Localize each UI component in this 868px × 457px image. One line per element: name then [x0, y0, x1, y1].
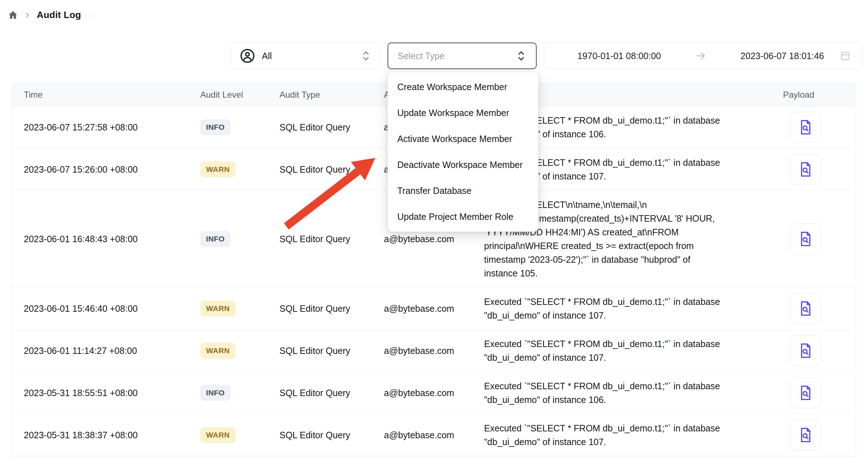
chevron-right-icon	[24, 12, 31, 19]
comment-line: "db_ui_demo" of instance 107.	[484, 309, 758, 322]
cell-audit-level: INFO	[200, 385, 279, 401]
cell-payload	[772, 335, 856, 366]
audit-level-badge: WARN	[200, 161, 236, 177]
type-filter-placeholder: Select Type	[398, 51, 516, 61]
cell-audit-type: SQL Editor Query	[279, 388, 384, 398]
cell-payload	[772, 154, 856, 185]
updown-chevrons-icon	[516, 50, 527, 62]
breadcrumb: Audit Log	[8, 9, 81, 21]
table-row: 2023-06-01 15:46:40 +08:00 WARN SQL Edit…	[12, 288, 856, 330]
file-search-icon	[798, 161, 813, 178]
comment-line: "db_ui_demo" of instance 106.	[484, 393, 758, 407]
type-dropdown-option[interactable]: Update Workspace Member	[388, 100, 538, 126]
cell-audit-level: INFO	[200, 231, 279, 247]
comment-line: Executed `"SELECT * FROM db_ui_demo.t1;"…	[484, 379, 758, 393]
table-row: 2023-05-31 18:55:51 +08:00 INFO SQL Edit…	[12, 372, 856, 414]
cell-payload	[772, 293, 856, 324]
comment-line: instance 105.	[484, 266, 758, 280]
cell-audit-level: WARN	[200, 161, 279, 177]
cell-time: 2023-06-01 11:14:27 +08:00	[12, 346, 200, 356]
audit-level-badge: WARN	[200, 343, 236, 359]
comment-line: timestamp '2023-05-22');"` in database "…	[484, 253, 758, 266]
type-filter-select[interactable]: Select Type	[388, 43, 537, 69]
comment-line: "db_ui_demo" of instance 107.	[484, 351, 758, 364]
comment-line: Executed `"SELECT * FROM db_ui_demo.t1;"…	[484, 421, 758, 435]
cell-time: 2023-05-31 18:55:51 +08:00	[12, 388, 200, 398]
cell-audit-type: SQL Editor Query	[279, 346, 384, 356]
cell-payload	[772, 112, 856, 143]
cell-actor: a@bytebase.com	[384, 430, 484, 440]
type-dropdown-menu: Create Workspace Member Update Workspace…	[388, 72, 538, 232]
view-payload-button[interactable]	[790, 335, 821, 366]
cell-actor: a@bytebase.com	[384, 234, 484, 244]
audit-level-badge: WARN	[200, 301, 236, 316]
cell-time: 2023-06-07 15:26:00 +08:00	[12, 164, 200, 175]
home-icon[interactable]	[8, 10, 18, 20]
type-dropdown-option[interactable]: Activate Workspace Member	[388, 126, 538, 152]
comment-line: "db_ui_demo" of instance 107.	[484, 435, 758, 449]
cell-audit-type: SQL Editor Query	[279, 122, 384, 133]
type-dropdown-option[interactable]: Transfer Database	[388, 178, 538, 204]
column-header-time: Time	[12, 90, 200, 100]
user-filter-value: All	[262, 51, 354, 61]
audit-level-badge: WARN	[200, 427, 236, 443]
updown-chevrons-icon	[361, 50, 371, 62]
view-payload-button[interactable]	[790, 154, 821, 185]
audit-log-page: Audit Log All Select Type 1970-01-01 08:…	[0, 0, 868, 457]
cell-payload	[772, 420, 856, 451]
audit-level-badge: INFO	[200, 231, 231, 247]
arrow-right-icon	[695, 50, 707, 62]
user-circle-icon	[240, 48, 255, 64]
cell-audit-type: SQL Editor Query	[279, 164, 384, 175]
file-search-icon	[798, 231, 813, 247]
cell-comment: Executed `"SELECT * FROM db_ui_demo.t1;"…	[484, 372, 772, 414]
date-range-picker[interactable]: 1970-01-01 08:00:00 2023-06-07 18:01:46	[544, 43, 863, 69]
cell-actor: a@bytebase.com	[384, 346, 484, 356]
view-payload-button[interactable]	[790, 377, 821, 408]
column-header-payload: Payload	[772, 90, 856, 100]
cell-audit-type: SQL Editor Query	[279, 234, 384, 244]
table-row: 2023-05-31 18:38:37 +08:00 WARN SQL Edit…	[12, 414, 856, 456]
user-filter-select[interactable]: All	[231, 43, 380, 69]
view-payload-button[interactable]	[790, 223, 821, 254]
cell-audit-type: SQL Editor Query	[279, 430, 384, 440]
view-payload-button[interactable]	[790, 112, 821, 143]
cell-actor: a@bytebase.com	[384, 303, 484, 314]
calendar-icon[interactable]	[839, 50, 851, 62]
cell-comment: Executed `"SELECT * FROM db_ui_demo.t1;"…	[484, 330, 772, 372]
type-dropdown-option[interactable]: Deactivate Workspace Member	[388, 152, 538, 178]
column-header-audit-type: Audit Type	[279, 90, 384, 100]
date-range-start[interactable]: 1970-01-01 08:00:00	[577, 51, 661, 61]
file-search-icon	[798, 119, 813, 136]
type-dropdown-option[interactable]: Update Project Member Role	[388, 204, 538, 230]
page-title: Audit Log	[37, 9, 81, 21]
cell-comment: Executed `"SELECT * FROM db_ui_demo.t1;"…	[484, 414, 772, 456]
comment-line: Executed `"SELECT * FROM db_ui_demo.t1;"…	[484, 295, 758, 309]
cell-time: 2023-06-01 16:48:43 +08:00	[12, 234, 200, 244]
table-row: 2023-06-01 11:14:27 +08:00 WARN SQL Edit…	[12, 330, 856, 372]
view-payload-button[interactable]	[790, 420, 821, 451]
cell-audit-level: INFO	[200, 119, 279, 135]
type-dropdown-option[interactable]: Create Workspace Member	[388, 74, 538, 100]
cell-time: 2023-05-31 18:38:37 +08:00	[12, 430, 200, 440]
file-search-icon	[798, 300, 813, 317]
date-range-end[interactable]: 2023-06-07 18:01:46	[741, 51, 824, 61]
cell-audit-type: SQL Editor Query	[279, 303, 384, 314]
column-header-audit-level: Audit Level	[200, 90, 279, 100]
file-search-icon	[798, 385, 813, 401]
cell-audit-level: WARN	[200, 427, 279, 443]
view-payload-button[interactable]	[790, 293, 821, 324]
cell-comment: Executed `"SELECT * FROM db_ui_demo.t1;"…	[484, 288, 772, 329]
comment-line: Executed `"SELECT * FROM db_ui_demo.t1;"…	[484, 337, 758, 351]
filter-bar: All Select Type 1970-01-01 08:00:00 2023…	[231, 43, 863, 69]
cell-time: 2023-06-07 15:27:58 +08:00	[12, 122, 200, 133]
cell-payload	[772, 377, 856, 408]
audit-level-badge: INFO	[200, 119, 231, 135]
cell-audit-level: WARN	[200, 301, 279, 316]
file-search-icon	[798, 427, 813, 443]
cell-time: 2023-06-01 15:46:40 +08:00	[12, 303, 200, 314]
cell-audit-level: WARN	[200, 343, 279, 359]
audit-level-badge: INFO	[200, 385, 231, 401]
comment-line: principal\nWHERE created_ts >= extract(e…	[484, 239, 758, 253]
cell-actor: a@bytebase.com	[384, 388, 484, 398]
